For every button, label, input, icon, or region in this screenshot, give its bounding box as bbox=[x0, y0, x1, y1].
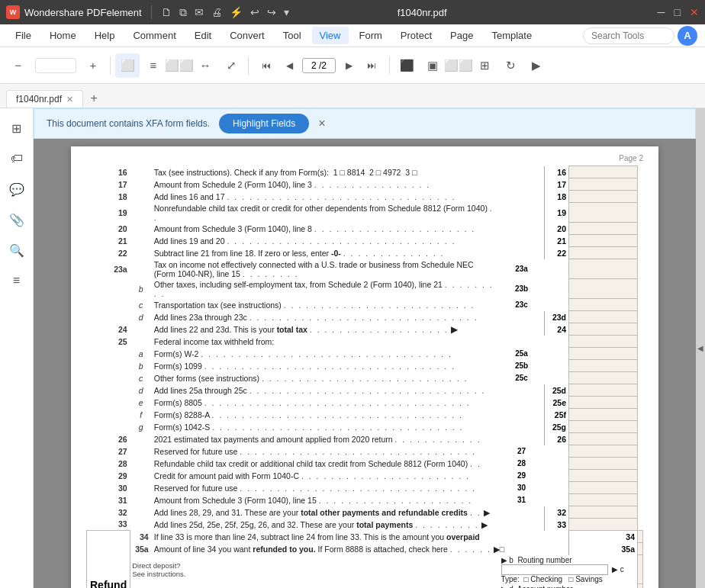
thumbnail-icon: ⊞ bbox=[11, 121, 21, 136]
app-logo: W Wondershare PDFelement bbox=[6, 5, 142, 19]
fit-page-icon: ⤢ bbox=[227, 59, 237, 72]
search-area bbox=[583, 27, 674, 44]
table-row: c Transportation tax (see instructions) … bbox=[87, 299, 643, 311]
table-row: d Add lines 25a through 25c . . . . . . … bbox=[87, 384, 643, 397]
minimize-button[interactable]: ─ bbox=[658, 6, 665, 18]
bookmark-btn[interactable]: 🏷 bbox=[3, 145, 31, 172]
menu-protect[interactable]: Protect bbox=[393, 27, 439, 44]
table-row: 16 Tax (see instructions). Check if any … bbox=[87, 166, 643, 178]
layers-btn[interactable]: ≡ bbox=[3, 267, 31, 294]
page-label: Page 2 bbox=[86, 154, 643, 162]
table-row: 33 Add lines 25d, 25e, 25f, 25g, 26, and… bbox=[87, 519, 643, 531]
zoom-input[interactable]: 101% bbox=[40, 60, 71, 71]
menu-edit[interactable]: Edit bbox=[187, 27, 219, 44]
menu-convert[interactable]: Convert bbox=[222, 27, 272, 44]
menu-form[interactable]: Form bbox=[352, 27, 390, 44]
next-page-btn[interactable]: ▶ bbox=[339, 56, 359, 76]
new-file-icon[interactable]: 🗋 bbox=[161, 6, 172, 18]
title-sep bbox=[151, 5, 152, 19]
collapse-icon: ◀ bbox=[697, 344, 703, 352]
last-page-btn[interactable]: ⏭ bbox=[362, 56, 381, 76]
table-row: 17 Amount from Schedule 2 (Form 1040), l… bbox=[87, 178, 643, 191]
table-row: 22 Subtract line 21 from line 18. If zer… bbox=[87, 247, 643, 259]
menu-bar: File Home Help Comment Edit Convert Tool… bbox=[0, 24, 705, 47]
undo-icon[interactable]: ↩ bbox=[250, 6, 259, 18]
tab-f1040nr[interactable]: f1040nr.pdf ✕ bbox=[6, 90, 83, 108]
table-row: 26 2021 estimated tax payments and amoun… bbox=[87, 433, 643, 445]
continuous-page-btn[interactable]: ≡ bbox=[141, 53, 166, 78]
highlight-fields-button[interactable]: Highlight Fields bbox=[219, 114, 309, 133]
xfa-notification-bar: This document contains XFA form fields. … bbox=[34, 108, 696, 139]
table-row: 28 Refundable child tax credit or additi… bbox=[87, 458, 643, 470]
close-button[interactable]: ✕ bbox=[690, 6, 699, 18]
table-row: 32 Add lines 28, 29, and 31. These are y… bbox=[87, 506, 643, 519]
continuous-page-icon: ≡ bbox=[150, 59, 157, 72]
dropdown-icon[interactable]: ▾ bbox=[284, 6, 289, 18]
toolbar-sep-2 bbox=[248, 56, 249, 75]
menu-view[interactable]: View bbox=[312, 27, 349, 44]
copy-icon[interactable]: ⧉ bbox=[179, 6, 187, 19]
menu-page[interactable]: Page bbox=[443, 27, 481, 44]
add-tab-button[interactable]: + bbox=[85, 89, 103, 108]
menu-tool[interactable]: Tool bbox=[275, 27, 309, 44]
title-bar: W Wondershare PDFelement 🗋 ⧉ ✉ 🖨 ⚡ ↩ ↪ ▾… bbox=[0, 0, 705, 24]
thumbnail-btn[interactable]: ⊞ bbox=[3, 114, 31, 142]
menu-template[interactable]: Template bbox=[484, 27, 539, 44]
single-page-btn[interactable]: ⬜ bbox=[115, 53, 140, 78]
tab-close[interactable]: ✕ bbox=[66, 95, 73, 104]
attachment-icon: 📎 bbox=[9, 213, 24, 227]
rotate-btn[interactable]: ↻ bbox=[498, 53, 523, 78]
zoom-in-btn[interactable]: + bbox=[81, 53, 105, 78]
rotate-icon: ↻ bbox=[506, 59, 516, 72]
search-input[interactable] bbox=[583, 27, 674, 44]
menu-home[interactable]: Home bbox=[42, 27, 84, 44]
highlight-btn[interactable]: ⬛ bbox=[394, 53, 419, 78]
zoom-out-btn[interactable]: − bbox=[6, 53, 31, 78]
comment-btn[interactable]: 💬 bbox=[3, 175, 31, 203]
table-row: 24 Add lines 22 and 23d. This is your to… bbox=[87, 323, 643, 336]
first-page-btn[interactable]: ⏮ bbox=[256, 56, 276, 76]
filename: f1040nr.pdf bbox=[398, 7, 447, 18]
single-page-icon: ⬜ bbox=[121, 59, 135, 72]
table-row: a Form(s) W-2 . . . . . . . . . . . . . … bbox=[87, 348, 643, 360]
restore-button[interactable]: □ bbox=[674, 6, 681, 18]
more-btn[interactable]: ▶ bbox=[524, 53, 549, 78]
xfa-close-button[interactable]: × bbox=[318, 117, 325, 130]
print-icon[interactable]: 🖨 bbox=[211, 6, 222, 18]
page-navigation: ⏮ ◀ ▶ ⏭ bbox=[256, 56, 381, 76]
tab-label: f1040nr.pdf bbox=[16, 94, 62, 104]
redo-icon[interactable]: ↪ bbox=[267, 6, 276, 18]
grid-view-btn[interactable]: ⊞ bbox=[472, 53, 497, 78]
pdf-page: Page 2 16 Tax (see instructions). Check … bbox=[71, 146, 658, 588]
main-area: ⊞ 🏷 💬 📎 🔍 ≡ This document contains XFA f… bbox=[0, 108, 705, 588]
prev-page-btn[interactable]: ◀ bbox=[279, 56, 299, 76]
app-icon: W bbox=[6, 5, 20, 19]
table-row: f Form(s) 8288-A . . . . . . . . . . . .… bbox=[87, 409, 643, 421]
attachment-btn[interactable]: 📎 bbox=[3, 206, 31, 233]
menu-file[interactable]: File bbox=[8, 27, 39, 44]
table-row: 25 Federal income tax withheld from: bbox=[87, 336, 643, 348]
two-page-icon: ⬜⬜ bbox=[165, 59, 194, 72]
tax-form-table: 16 Tax (see instructions). Check if any … bbox=[86, 165, 643, 588]
menu-comment[interactable]: Comment bbox=[125, 27, 183, 44]
table-row: 30 Reserved for future use . . . . . . .… bbox=[87, 482, 643, 494]
menu-help[interactable]: Help bbox=[87, 27, 123, 44]
sidebar-toggle-btn[interactable]: ▣ bbox=[420, 53, 445, 78]
fit-width-btn[interactable]: ↔ bbox=[193, 53, 217, 78]
split-view-btn[interactable]: ⬜⬜ bbox=[446, 53, 471, 78]
right-panel-toggle[interactable]: ◀ bbox=[696, 108, 705, 588]
app-name: Wondershare PDFelement bbox=[24, 7, 142, 18]
refund-label: Refund bbox=[87, 531, 130, 589]
table-row: 18 Add lines 16 and 17 . . . . . . . . .… bbox=[87, 191, 643, 203]
line-num: 17 bbox=[87, 178, 130, 191]
table-row: b Form(s) 1099 . . . . . . . . . . . . .… bbox=[87, 360, 643, 372]
fit-page-btn[interactable]: ⤢ bbox=[219, 53, 243, 78]
tab-bar: f1040nr.pdf ✕ + bbox=[0, 84, 705, 108]
search-btn[interactable]: 🔍 bbox=[3, 236, 31, 264]
mail-icon[interactable]: ✉ bbox=[195, 6, 204, 18]
special-icon[interactable]: ⚡ bbox=[230, 6, 243, 18]
two-page-btn[interactable]: ⬜⬜ bbox=[167, 53, 192, 78]
xfa-message: This document contains XFA form fields. bbox=[47, 118, 210, 129]
profile-avatar[interactable]: A bbox=[678, 26, 697, 46]
current-page-input[interactable] bbox=[302, 58, 336, 73]
